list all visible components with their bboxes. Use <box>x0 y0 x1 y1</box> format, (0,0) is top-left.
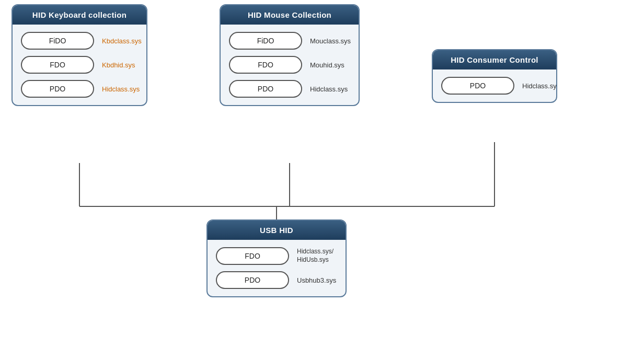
consumer-pdo-pill: PDO <box>441 77 514 95</box>
usb-hid-body: FDO Hidclass.sys/HidUsb.sys PDO Usbhub3.… <box>208 240 346 296</box>
mouse-collection-box: HID Mouse Collection FiDO Mouclass.sys F… <box>220 4 360 106</box>
consumer-pdo-row: PDO Hidclass.sys <box>441 77 548 95</box>
mouse-fido-row: FiDO Mouclass.sys <box>229 32 350 50</box>
keyboard-collection-header: HID Keyboard collection <box>13 5 146 25</box>
usbhid-fdo-pill: FDO <box>216 247 289 265</box>
mouse-fido-pill: FiDO <box>229 32 302 50</box>
keyboard-fdo-pill: FDO <box>21 56 94 74</box>
keyboard-pdo-pill: PDO <box>21 80 94 98</box>
usbhid-pdo-label: Usbhub3.sys <box>297 276 336 284</box>
keyboard-fido-label: Kbdclass.sys <box>102 37 142 45</box>
usbhid-pdo-row: PDO Usbhub3.sys <box>216 271 337 289</box>
keyboard-collection-box: HID Keyboard collection FiDO Kbdclass.sy… <box>12 4 147 106</box>
mouse-pdo-label: Hidclass.sys <box>310 85 348 93</box>
keyboard-fido-row: FiDO Kbdclass.sys <box>21 32 138 50</box>
keyboard-fido-pill: FiDO <box>21 32 94 50</box>
usbhid-pdo-pill: PDO <box>216 271 289 289</box>
mouse-collection-header: HID Mouse Collection <box>221 5 359 25</box>
consumer-control-body: PDO Hidclass.sys <box>433 69 556 102</box>
keyboard-fdo-row: FDO Kbdhid.sys <box>21 56 138 74</box>
mouse-fdo-row: FDO Mouhid.sys <box>229 56 350 74</box>
mouse-fdo-pill: FDO <box>229 56 302 74</box>
keyboard-fdo-label: Kbdhid.sys <box>102 61 135 69</box>
keyboard-collection-body: FiDO Kbdclass.sys FDO Kbdhid.sys PDO Hid… <box>13 25 146 105</box>
usbhid-fdo-label: Hidclass.sys/HidUsb.sys <box>297 248 334 264</box>
mouse-fdo-label: Mouhid.sys <box>310 61 344 69</box>
mouse-pdo-pill: PDO <box>229 80 302 98</box>
usbhid-fdo-row: FDO Hidclass.sys/HidUsb.sys <box>216 247 337 265</box>
consumer-control-header: HID Consumer Control <box>433 50 556 69</box>
keyboard-pdo-label: Hidclass.sys <box>102 85 140 93</box>
mouse-pdo-row: PDO Hidclass.sys <box>229 80 350 98</box>
diagram-container: HID Keyboard collection FiDO Kbdclass.sy… <box>0 0 644 348</box>
usb-hid-box: USB HID FDO Hidclass.sys/HidUsb.sys PDO … <box>206 219 347 297</box>
mouse-collection-body: FiDO Mouclass.sys FDO Mouhid.sys PDO Hid… <box>221 25 359 105</box>
keyboard-pdo-row: PDO Hidclass.sys <box>21 80 138 98</box>
mouse-fido-label: Mouclass.sys <box>310 37 351 45</box>
consumer-pdo-label: Hidclass.sys <box>522 82 557 90</box>
consumer-control-box: HID Consumer Control PDO Hidclass.sys <box>432 49 557 103</box>
usb-hid-header: USB HID <box>208 221 346 240</box>
